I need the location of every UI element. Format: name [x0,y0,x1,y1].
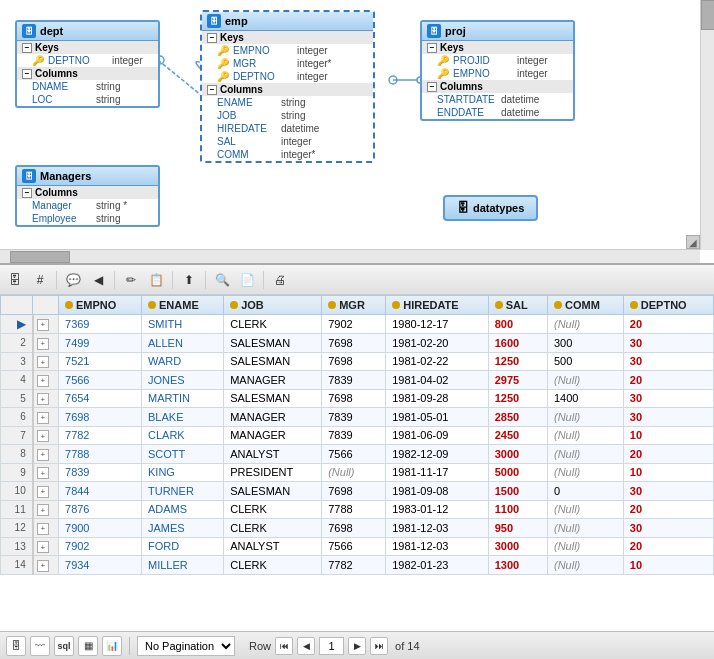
diagram-area: 🗄 dept − Keys 🔑 DEPTNO integer − Columns… [0,0,714,265]
col-header-empno[interactable]: EMPNO [59,296,142,315]
entity-proj-title: proj [445,25,466,37]
nav-prev-btn[interactable]: ◀ [297,637,315,655]
toolbar-copy-btn[interactable]: 📋 [145,269,167,291]
sep5 [263,271,264,289]
row-expand-btn[interactable]: + [37,356,49,368]
row-expand-btn[interactable]: + [37,467,49,479]
data-grid[interactable]: EMPNO ENAME JOB MGR HIREDATE SAL COMM DE… [0,295,714,631]
col-header-deptno[interactable]: DEPTNO [623,296,713,315]
nav-last-btn[interactable]: ⏭ [370,637,388,655]
data-table: EMPNO ENAME JOB MGR HIREDATE SAL COMM DE… [0,295,714,575]
proj-key-empno: 🔑 EMPNO integer [422,67,573,80]
bottombar-grid-btn[interactable]: ▦ [78,636,98,656]
row-expand-btn[interactable]: + [37,504,49,516]
bottombar-chart-btn[interactable]: 📊 [102,636,122,656]
scrollbar-thumb[interactable] [701,0,714,30]
toolbar-print-btn[interactable]: 🖨 [269,269,291,291]
toolbar-comment-btn[interactable]: 💬 [62,269,84,291]
toolbar-upload-btn[interactable]: ⬆ [178,269,200,291]
sal-indicator [495,301,503,309]
bottombar-sql-btn[interactable]: sql [54,636,74,656]
page-number-input[interactable]: 1 [319,637,344,655]
table-row: 6+7698BLAKEMANAGER78391981-05-012850(Nul… [1,408,714,427]
ename-indicator [148,301,156,309]
row-expand-btn[interactable]: + [37,412,49,424]
row-expand-btn[interactable]: + [37,319,49,331]
col-header-num [1,296,33,315]
main-container: 🗄 dept − Keys 🔑 DEPTNO integer − Columns… [0,0,714,659]
row-expand-btn[interactable]: + [37,393,49,405]
entity-emp-title: emp [225,15,248,27]
managers-col-employee: Employee string [17,212,158,225]
emp-col-hiredate: HIREDATE datetime [202,122,373,135]
emp-key-empno: 🔑 EMPNO integer [202,44,373,57]
toolbar-db-btn[interactable]: 🗄 [4,269,26,291]
entity-proj-cols-header: − Columns [422,80,573,93]
col-header-mgr[interactable]: MGR [322,296,386,315]
hiredate-indicator [392,301,400,309]
toolbar-grid-btn[interactable]: # [29,269,51,291]
entity-dept[interactable]: 🗄 dept − Keys 🔑 DEPTNO integer − Columns… [15,20,160,108]
bottombar-db-btn[interactable]: 🗄 [6,636,26,656]
row-expand-btn[interactable]: + [37,523,49,535]
row-expand-btn[interactable]: + [37,560,49,572]
emp-col-comm: COMM integer* [202,148,373,161]
sep4 [205,271,206,289]
col-header-sal[interactable]: SAL [488,296,547,315]
table-row: 4+7566JONESMANAGER78391981-04-022975(Nul… [1,371,714,390]
empno-indicator [65,301,73,309]
vertical-scrollbar[interactable] [700,0,714,250]
dept-col-loc: LOC string [17,93,158,106]
dept-key-deptno: 🔑 DEPTNO integer [17,54,158,67]
table-row: 14+7934MILLERCLERK77821982-01-231300(Nul… [1,556,714,575]
entity-proj[interactable]: 🗄 proj − Keys 🔑 PROJID integer 🔑 EMPNO i… [420,20,575,121]
row-expand-btn[interactable]: + [37,449,49,461]
col-header-hiredate[interactable]: HIREDATE [386,296,488,315]
entity-managers[interactable]: 🗄 Managers − Columns Manager string * Em… [15,165,160,227]
emp-col-job: JOB string [202,109,373,122]
deptno-indicator [630,301,638,309]
nav-first-btn[interactable]: ⏮ [275,637,293,655]
datatypes-icon: 🗄 [457,201,469,215]
row-expand-btn[interactable]: + [37,375,49,387]
emp-col-ename: ENAME string [202,96,373,109]
table-row: 7+7782CLARKMANAGER78391981-06-092450(Nul… [1,426,714,445]
table-row: 3+7521WARDSALESMAN76981981-02-2212505003… [1,352,714,371]
sep2 [114,271,115,289]
entity-emp-keys-header: − Keys [202,31,373,44]
datatypes-button[interactable]: 🗄 datatypes [443,195,538,221]
table-row: 11+7876ADAMSCLERK77881983-01-121100(Null… [1,500,714,519]
dept-col-dname: DNAME string [17,80,158,93]
col-header-ename[interactable]: ENAME [142,296,224,315]
col-header-comm[interactable]: COMM [547,296,623,315]
entity-managers-title: Managers [40,170,91,182]
row-expand-btn[interactable]: + [37,486,49,498]
toolbar-edit-btn[interactable]: ✏ [120,269,142,291]
toolbar-doc-btn[interactable]: 📄 [236,269,258,291]
row-expand-btn[interactable]: + [37,338,49,350]
entity-managers-icon: 🗄 [22,169,36,183]
entity-dept-cols-header: − Columns [17,67,158,80]
bottombar-wave-btn[interactable]: 〰 [30,636,50,656]
proj-col-enddate: ENDDATE datetime [422,106,573,119]
key-icon: 🔑 [32,55,44,66]
dept-cols-label: Columns [35,68,78,79]
toolbar-search-btn[interactable]: 🔍 [211,269,233,291]
hscroll-thumb[interactable] [10,251,70,263]
pagination-select[interactable]: No Pagination 100 Rows 500 Rows [137,636,235,656]
resize-handle[interactable]: ◢ [686,235,700,249]
row-indicator: ▶ [17,317,26,331]
table-row: 8+7788SCOTTANALYST75661982-12-093000(Nul… [1,445,714,464]
entity-emp[interactable]: 🗄 emp − Keys 🔑 EMPNO integer 🔑 MGR integ… [200,10,375,163]
row-expand-btn[interactable]: + [37,430,49,442]
nav-next-btn[interactable]: ▶ [348,637,366,655]
table-header-row: EMPNO ENAME JOB MGR HIREDATE SAL COMM DE… [1,296,714,315]
col-header-job[interactable]: JOB [224,296,322,315]
table-row: 9+7839KINGPRESIDENT(Null)1981-11-175000(… [1,463,714,482]
svg-point-4 [389,76,397,84]
row-expand-btn[interactable]: + [37,541,49,553]
toolbar: 🗄 # 💬 ◀ ✏ 📋 ⬆ 🔍 📄 🖨 [0,265,714,295]
toolbar-back-btn[interactable]: ◀ [87,269,109,291]
table-row: 5+7654MARTINSALESMAN76981981-09-28125014… [1,389,714,408]
entity-managers-cols-header: − Columns [17,186,158,199]
